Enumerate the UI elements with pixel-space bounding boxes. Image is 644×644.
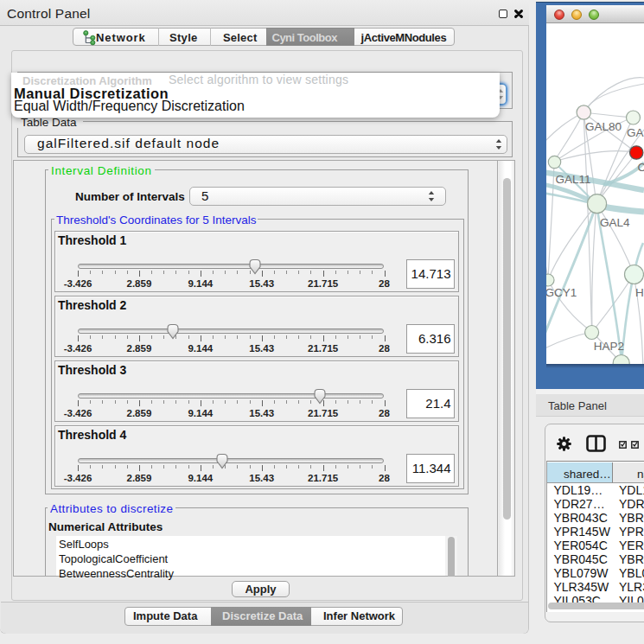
svg-text:GAL11: GAL11 <box>556 173 591 186</box>
svg-text:C: C <box>638 161 644 174</box>
svg-text:GAL4: GAL4 <box>600 216 630 229</box>
svg-text:GAL80: GAL80 <box>585 120 622 133</box>
svg-text:GCY1: GCY1 <box>546 286 577 299</box>
svg-text:HAP2: HAP2 <box>594 340 624 353</box>
svg-text:GA: GA <box>627 126 644 139</box>
svg-text:H: H <box>635 286 644 299</box>
